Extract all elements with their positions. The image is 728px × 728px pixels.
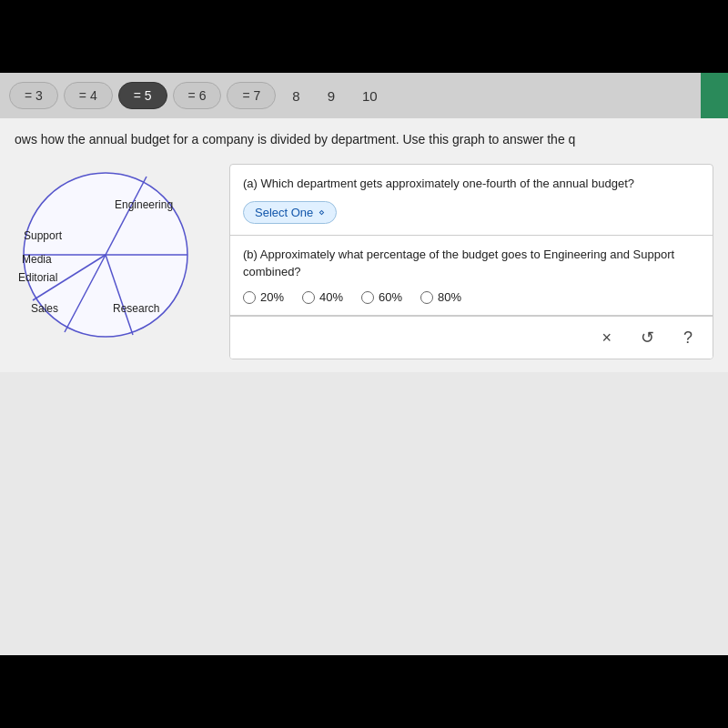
label-support: Support [24, 229, 62, 242]
option-40[interactable]: 40% [302, 290, 343, 304]
option-20[interactable]: 20% [243, 290, 284, 304]
radio-circle-80 [420, 291, 433, 304]
part-a-question: (a) Which department gets approximately … [243, 176, 700, 193]
tab-8-label: 8 [292, 88, 299, 104]
label-engineering: Engineering [115, 198, 173, 211]
select-one-label: Select One [255, 206, 313, 219]
label-sales: Sales [31, 302, 58, 315]
reset-button[interactable]: ↺ [633, 324, 662, 351]
main-layout: Engineering Support Media Editorial Sale… [15, 164, 713, 360]
main-content: ows how the annual budget for a company … [0, 118, 728, 372]
tab-4-label: = 4 [79, 88, 97, 103]
pie-chart: Engineering Support Media Editorial Sale… [15, 164, 197, 346]
help-button[interactable]: ? [676, 324, 700, 351]
option-80-label: 80% [438, 290, 461, 304]
radio-circle-40 [302, 291, 315, 304]
tab-9-label: 9 [328, 88, 335, 104]
screen: = 3 = 4 = 5 = 6 = 7 8 9 10 ows how the a… [0, 73, 728, 655]
green-accent [701, 73, 728, 118]
part-b-question: (b) Approximately what percentage of the… [243, 247, 700, 281]
label-research: Research [113, 302, 159, 315]
action-bar: × ↺ ? [230, 316, 713, 359]
option-20-label: 20% [260, 290, 284, 304]
tab-10-label: 10 [362, 88, 378, 104]
option-40-label: 40% [319, 290, 343, 304]
option-60-label: 60% [379, 290, 402, 304]
radio-circle-20 [243, 291, 256, 304]
tab-7-label: = 7 [242, 88, 260, 103]
select-one-button[interactable]: Select One ⋄ [243, 201, 337, 224]
label-editorial: Editorial [18, 271, 57, 284]
pie-container: Engineering Support Media Editorial Sale… [15, 164, 215, 346]
tab-4[interactable]: = 4 [64, 82, 113, 109]
chevron-down-icon: ⋄ [318, 207, 325, 218]
qa-panel: (a) Which department gets approximately … [229, 164, 713, 360]
tab-3-label: = 3 [25, 88, 43, 103]
tab-9[interactable]: 9 [317, 83, 346, 109]
part-a-section: (a) Which department gets approximately … [230, 165, 713, 237]
radio-options: 20% 40% 60% 80% [243, 290, 700, 304]
label-media: Media [22, 253, 52, 266]
tab-8[interactable]: 8 [281, 83, 310, 109]
tab-5-label: = 5 [134, 88, 152, 103]
option-80[interactable]: 80% [420, 290, 461, 304]
tab-10[interactable]: 10 [351, 83, 389, 109]
tab-6-label: = 6 [188, 88, 207, 103]
tab-3[interactable]: = 3 [9, 82, 58, 109]
radio-circle-60 [361, 291, 374, 304]
tab-6[interactable]: = 6 [173, 82, 222, 109]
tab-bar: = 3 = 4 = 5 = 6 = 7 8 9 10 [0, 73, 728, 118]
tab-7[interactable]: = 7 [227, 82, 276, 109]
close-button[interactable]: × [594, 324, 619, 351]
part-b-section: (b) Approximately what percentage of the… [230, 236, 713, 316]
tab-5[interactable]: = 5 [118, 82, 167, 109]
question-intro: ows how the annual budget for a company … [15, 131, 713, 149]
option-60[interactable]: 60% [361, 290, 402, 304]
